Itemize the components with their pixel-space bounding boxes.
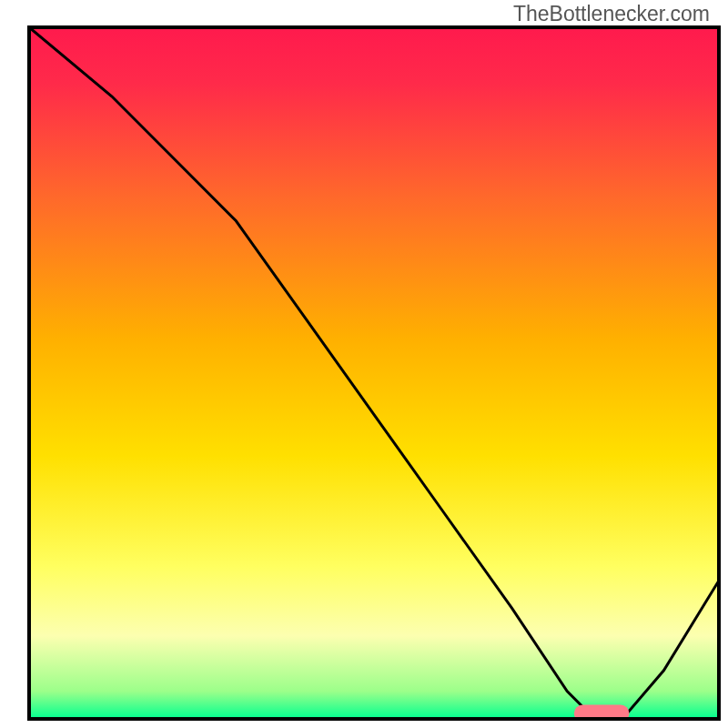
watermark-text: TheBottlenecker.com — [513, 2, 710, 26]
chart-container: TheBottlenecker.com — [0, 0, 728, 728]
bottleneck-chart — [0, 0, 728, 728]
gradient-background — [29, 27, 719, 719]
